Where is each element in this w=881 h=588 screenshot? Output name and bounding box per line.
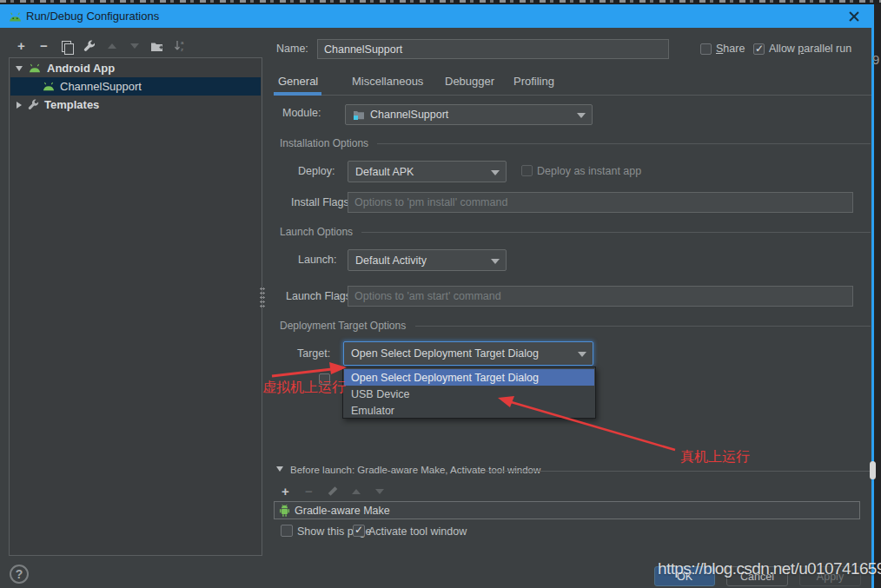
name-label: Name:: [276, 43, 308, 55]
tab-miscellaneous[interactable]: Miscellaneous: [352, 75, 423, 88]
section-divider: [485, 471, 871, 472]
launch-value: Default Activity: [355, 254, 427, 267]
android-robot-icon: [279, 504, 290, 517]
popup-option-usb-device[interactable]: USB Device: [344, 386, 594, 402]
active-tab-underline: [274, 92, 321, 96]
remove-configuration-button[interactable]: [36, 39, 51, 53]
svg-text:z: z: [181, 47, 183, 52]
name-input[interactable]: [317, 39, 669, 59]
popup-option-open-dialog[interactable]: Open Select Deployment Target Dialog: [344, 369, 594, 386]
activate-tool-window-checkbox[interactable]: [353, 525, 365, 537]
arrow-down-icon: [375, 489, 384, 494]
move-task-down-button[interactable]: [372, 485, 387, 499]
tree-group-label: Android App: [47, 62, 115, 75]
before-launch-toolbar: [278, 485, 387, 499]
annotation-device-note: 真机上运行: [680, 448, 750, 466]
section-divider: [361, 232, 871, 233]
pencil-icon: [327, 486, 338, 498]
add-configuration-button[interactable]: [14, 39, 29, 53]
launch-options-header: Launch Options: [280, 226, 353, 238]
deploy-value: Default APK: [355, 166, 414, 178]
launch-flags-label: Launch Flags:: [286, 290, 354, 302]
show-this-page-checkbox[interactable]: [281, 525, 293, 537]
wrench-icon: [83, 40, 96, 52]
close-button[interactable]: [841, 4, 867, 28]
module-label: Module:: [282, 107, 321, 119]
collapse-arrow-icon[interactable]: [276, 466, 283, 472]
remove-task-button[interactable]: [301, 485, 316, 499]
folder-add-icon: [150, 41, 163, 52]
before-launch-task-label: Gradle-aware Make: [295, 505, 390, 517]
arrow-up-icon: [352, 489, 361, 494]
add-task-button[interactable]: [278, 485, 293, 499]
deploy-as-instant-app-label: Deploy as instant app: [537, 165, 641, 177]
module-dropdown[interactable]: ChannelSupport: [345, 104, 593, 125]
background-artifact-digit: 9: [872, 52, 879, 67]
launch-label: Launch:: [298, 254, 336, 266]
create-folder-button[interactable]: [149, 39, 164, 53]
run-debug-configurations-dialog: Run/Debug Configurations a z: [0, 0, 881, 588]
arrow-down-icon: [130, 43, 139, 49]
tab-general[interactable]: General: [278, 75, 318, 88]
copy-icon: [62, 41, 71, 52]
install-flags-input[interactable]: [348, 192, 853, 213]
share-checkbox[interactable]: [700, 43, 712, 55]
share-label: Share: [716, 43, 745, 55]
copy-configuration-button[interactable]: [59, 39, 74, 53]
watermark-url: https://blog.csdn.net/u010741659: [658, 559, 881, 578]
scrollbar-thumb[interactable]: [870, 461, 876, 479]
before-launch-header: Before launch: Gradle-aware Make, Activa…: [290, 465, 540, 475]
edit-task-button[interactable]: [325, 485, 340, 499]
edit-defaults-button[interactable]: [82, 39, 96, 53]
chevron-down-icon: [577, 113, 586, 118]
tab-profiling[interactable]: Profiling: [513, 75, 554, 88]
deploy-as-instant-app-checkbox[interactable]: [521, 165, 533, 176]
target-label: Target:: [297, 347, 330, 360]
target-dropdown[interactable]: Open Select Deployment Target Dialog: [343, 341, 593, 366]
expanded-arrow-icon[interactable]: [16, 66, 23, 71]
chevron-down-icon: [491, 170, 500, 175]
tree-item-channelsupport-selected[interactable]: ChannelSupport: [10, 77, 261, 96]
configurations-tree: Android App ChannelSupport Templates: [9, 57, 262, 556]
background-strip: [874, 4, 881, 588]
install-flags-label: Install Flags:: [291, 196, 352, 208]
chevron-down-icon: [578, 352, 586, 357]
svg-text:a: a: [181, 40, 184, 45]
chevron-down-icon: [491, 259, 500, 264]
launch-flags-input[interactable]: [348, 286, 853, 307]
tree-group-templates[interactable]: Templates: [10, 96, 261, 114]
tab-debugger[interactable]: Debugger: [445, 75, 494, 88]
target-value: Open Select Deployment Target Dialog: [351, 347, 539, 360]
sort-az-icon: a z: [174, 40, 185, 52]
move-task-up-button[interactable]: [348, 485, 363, 499]
configurations-toolbar: a z: [9, 36, 262, 56]
panel-splitter-handle[interactable]: [260, 287, 265, 307]
module-value: ChannelSupport: [370, 109, 448, 121]
installation-options-header: Installation Options: [280, 137, 368, 149]
activate-tool-window-label: Activate tool window: [368, 525, 467, 538]
tabs-divider: [276, 95, 871, 96]
section-divider: [415, 326, 871, 327]
before-launch-task-row[interactable]: Gradle-aware Make: [274, 501, 860, 519]
annotation-emulator-note: 虚拟机上运行: [262, 379, 346, 397]
deploy-dropdown[interactable]: Default APK: [348, 161, 507, 182]
tree-group-android-app[interactable]: Android App: [10, 59, 261, 77]
target-dropdown-popup: Open Select Deployment Target Dialog USB…: [342, 367, 596, 419]
launch-dropdown[interactable]: Default Activity: [348, 249, 507, 271]
titlebar[interactable]: Run/Debug Configurations: [0, 4, 874, 28]
android-icon: [28, 63, 42, 73]
tree-item-label: ChannelSupport: [60, 80, 142, 93]
help-button[interactable]: [10, 565, 29, 584]
popup-option-emulator[interactable]: Emulator: [344, 402, 594, 419]
collapsed-arrow-icon[interactable]: [17, 102, 22, 109]
move-up-button[interactable]: [104, 39, 119, 53]
arrow-up-icon: [108, 43, 116, 49]
allow-parallel-run-checkbox[interactable]: [753, 43, 765, 55]
android-icon: [42, 82, 56, 91]
allow-parallel-run-label: Allow parallel run: [769, 43, 851, 55]
section-divider: [377, 143, 871, 144]
sort-configurations-button[interactable]: a z: [172, 39, 187, 53]
deployment-target-options-header: Deployment Target Options: [280, 320, 406, 332]
move-down-button[interactable]: [127, 39, 142, 53]
tree-group-label: Templates: [44, 98, 99, 111]
